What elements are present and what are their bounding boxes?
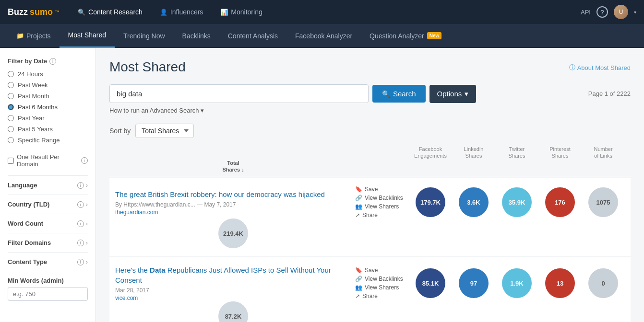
nav-influencers[interactable]: 👤 Influencers bbox=[153, 4, 210, 20]
language-info-icon[interactable]: i bbox=[77, 182, 84, 189]
nav-facebook-analyzer[interactable]: Facebook Analyzer bbox=[286, 24, 361, 48]
result-1-total-circle: 219.4K bbox=[218, 218, 248, 248]
result-2-save[interactable]: 🔖 Save bbox=[355, 267, 405, 274]
nav-most-shared[interactable]: Most Shared bbox=[60, 24, 115, 48]
search-button[interactable]: 🔍 Search bbox=[372, 85, 426, 103]
logo-sumo: sumo bbox=[30, 7, 53, 17]
new-badge: New bbox=[427, 32, 442, 39]
nav-monitoring-label: Monitoring bbox=[231, 8, 262, 16]
content-type-filter[interactable]: Content Type i › bbox=[8, 252, 88, 271]
link-icon: 🔗 bbox=[355, 195, 362, 201]
filter-domains-chevron-icon: › bbox=[86, 240, 88, 246]
col-header-total[interactable]: TotalShares ↓ bbox=[115, 160, 351, 173]
date-specific-range[interactable]: Specific Range bbox=[8, 137, 88, 144]
result-2-fb-circle: 85.1K bbox=[416, 268, 445, 298]
bookmark-icon-2: 🔖 bbox=[355, 267, 362, 274]
result-2-view-backlinks[interactable]: 🔗 View Backlinks bbox=[355, 276, 405, 282]
date-past-week[interactable]: Past Week bbox=[8, 81, 88, 89]
min-words-input[interactable] bbox=[8, 287, 88, 301]
search-input[interactable] bbox=[109, 84, 369, 103]
nav-projects[interactable]: 📁 Projects bbox=[8, 24, 60, 48]
sort-select[interactable]: Total Shares bbox=[135, 124, 194, 138]
info-circle-icon: ⓘ bbox=[569, 63, 575, 72]
date-past-6-months[interactable]: Past 6 Months bbox=[8, 104, 88, 111]
result-1-actions: 🔖 Save 🔗 View Backlinks 👥 View Sharers ↗… bbox=[351, 186, 409, 218]
col-header-fb: FacebookEngagements bbox=[409, 146, 452, 160]
options-button[interactable]: Options ▾ bbox=[429, 85, 477, 103]
result-1-fb-cell: 179.7K bbox=[409, 187, 452, 217]
result-1-content: The great British Brexit robbery: how ou… bbox=[115, 189, 351, 216]
country-info-icon[interactable]: i bbox=[77, 201, 84, 208]
result-1-save[interactable]: 🔖 Save bbox=[355, 186, 405, 193]
nav-trending-now-label: Trending Now bbox=[123, 32, 165, 40]
date-past-year[interactable]: Past Year bbox=[8, 115, 88, 122]
options-chevron-icon: ▾ bbox=[465, 90, 468, 98]
logo[interactable]: Buzzsumo™ bbox=[8, 7, 60, 17]
nav-backlinks-label: Backlinks bbox=[182, 32, 211, 40]
result-1-meta: By Https://www.theguardian.c... — May 7,… bbox=[115, 201, 351, 208]
one-result-per-domain-label: One Result Per Domain bbox=[17, 153, 77, 168]
word-count-chevron-icon: › bbox=[86, 220, 88, 227]
date-past-month-label: Past Month bbox=[18, 92, 49, 100]
result-1-view-backlinks[interactable]: 🔗 View Backlinks bbox=[355, 195, 405, 201]
about-most-shared-label: About Most Shared bbox=[577, 64, 631, 71]
filter-by-date-label: Filter by Date bbox=[8, 58, 47, 65]
word-count-filter-label: Word Count bbox=[8, 220, 43, 227]
about-most-shared-link[interactable]: ⓘ About Most Shared bbox=[569, 63, 631, 72]
word-count-info-icon[interactable]: i bbox=[77, 220, 84, 227]
nav-content-research[interactable]: 🔍 Content Research bbox=[71, 4, 149, 20]
nav-trending-now[interactable]: Trending Now bbox=[115, 24, 174, 48]
filter-domains-info-icon[interactable]: i bbox=[77, 240, 84, 246]
nav-content-research-label: Content Research bbox=[88, 8, 143, 16]
date-past-month[interactable]: Past Month bbox=[8, 92, 88, 100]
nav-influencers-label: Influencers bbox=[170, 8, 203, 16]
result-1-title[interactable]: The great British Brexit robbery: how ou… bbox=[115, 189, 351, 199]
account-menu-chevron[interactable]: ▾ bbox=[634, 10, 636, 15]
language-filter[interactable]: Language i › bbox=[8, 175, 88, 195]
nav-content-analysis[interactable]: Content Analysis bbox=[219, 24, 286, 48]
nav-question-analyzer-label: Question Analyzer bbox=[370, 32, 424, 40]
avatar[interactable]: U bbox=[614, 5, 628, 19]
logo-buzz: Buzz bbox=[8, 7, 28, 17]
result-2-total-circle: 87.2K bbox=[218, 301, 248, 322]
filter-by-date-info-icon[interactable]: i bbox=[49, 58, 56, 65]
result-1-domain[interactable]: theguardian.com bbox=[115, 209, 351, 216]
search-btn-icon: 🔍 bbox=[382, 90, 390, 98]
content-type-label: Content Type bbox=[8, 258, 47, 265]
date-past-5-years-label: Past 5 Years bbox=[18, 126, 53, 133]
result-2-view-sharers[interactable]: 👥 View Sharers bbox=[355, 284, 405, 291]
result-2-domain[interactable]: vice.com bbox=[115, 295, 351, 301]
result-2-share[interactable]: ↗ Share bbox=[355, 293, 405, 299]
min-words-label: Min Words (admin) bbox=[8, 277, 88, 284]
result-1-tw-circle: 35.9K bbox=[502, 187, 532, 217]
filter-domains-filter[interactable]: Filter Domains i › bbox=[8, 233, 88, 252]
one-result-per-domain[interactable]: One Result Per Domain i bbox=[8, 153, 88, 168]
advanced-search-link[interactable]: How to run an Advanced Search ▾ bbox=[109, 107, 631, 114]
avatar-inner: U bbox=[614, 5, 628, 19]
nav-question-analyzer[interactable]: Question Analyzer New bbox=[361, 24, 450, 48]
result-1-view-sharers[interactable]: 👥 View Sharers bbox=[355, 203, 405, 210]
result-1-fb-circle: 179.7K bbox=[416, 187, 445, 217]
one-result-info-icon[interactable]: i bbox=[81, 157, 88, 164]
date-filter-group: 24 Hours Past Week Past Month Past 6 Mon… bbox=[8, 70, 88, 144]
nav-backlinks[interactable]: Backlinks bbox=[174, 24, 219, 48]
result-1-links-circle: 1075 bbox=[588, 187, 618, 217]
result-1-pi-circle: 176 bbox=[545, 187, 575, 217]
sort-by-label: Sort by bbox=[109, 127, 131, 135]
country-filter[interactable]: Country (TLD) i › bbox=[8, 195, 88, 214]
date-24h[interactable]: 24 Hours bbox=[8, 70, 88, 78]
result-2-title[interactable]: Here's the Data Republicans Just Allowed… bbox=[115, 265, 351, 285]
search-input-wrap bbox=[109, 84, 369, 103]
country-chevron-icon: › bbox=[86, 201, 88, 208]
result-2-fb-cell: 85.1K bbox=[409, 268, 452, 298]
api-button[interactable]: API bbox=[581, 9, 591, 16]
nav-monitoring[interactable]: 📊 Monitoring bbox=[214, 4, 269, 20]
result-2-meta: Mar 28, 2017 bbox=[115, 287, 351, 294]
result-1-share[interactable]: ↗ Share bbox=[355, 212, 405, 218]
help-button[interactable]: ? bbox=[596, 6, 608, 18]
col-header-pi: PinterestShares bbox=[538, 146, 582, 160]
date-24h-label: 24 Hours bbox=[18, 70, 43, 78]
content-type-info-icon[interactable]: i bbox=[77, 259, 84, 265]
word-count-filter[interactable]: Word Count i › bbox=[8, 214, 88, 233]
date-past-5-years[interactable]: Past 5 Years bbox=[8, 126, 88, 133]
